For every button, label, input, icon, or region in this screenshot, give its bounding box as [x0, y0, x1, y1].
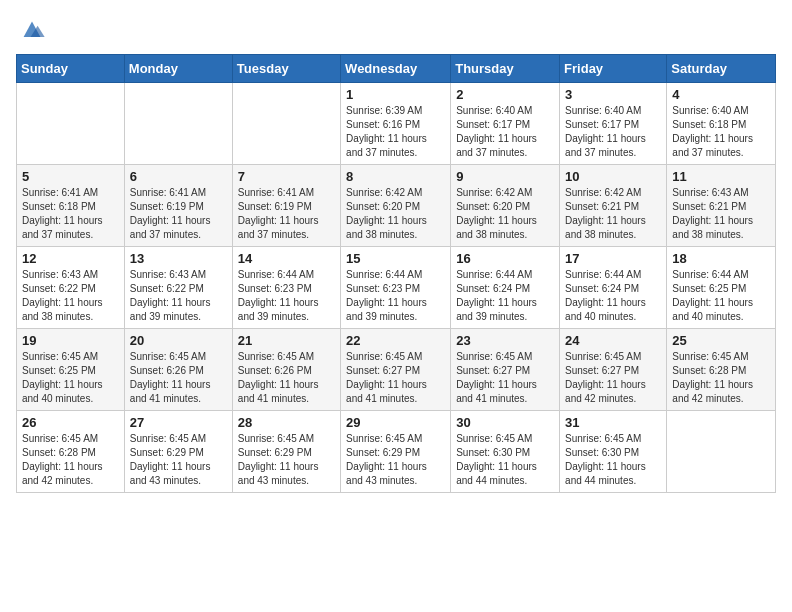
calendar-cell: 22Sunrise: 6:45 AMSunset: 6:27 PMDayligh… [341, 329, 451, 411]
day-info: Sunrise: 6:45 AMSunset: 6:29 PMDaylight:… [238, 432, 335, 488]
day-number: 9 [456, 169, 554, 184]
weekday-header: Friday [560, 55, 667, 83]
weekday-header: Wednesday [341, 55, 451, 83]
day-info: Sunrise: 6:44 AMSunset: 6:23 PMDaylight:… [346, 268, 445, 324]
calendar-cell: 18Sunrise: 6:44 AMSunset: 6:25 PMDayligh… [667, 247, 776, 329]
day-info: Sunrise: 6:45 AMSunset: 6:26 PMDaylight:… [130, 350, 227, 406]
calendar-cell: 12Sunrise: 6:43 AMSunset: 6:22 PMDayligh… [17, 247, 125, 329]
day-info: Sunrise: 6:42 AMSunset: 6:21 PMDaylight:… [565, 186, 661, 242]
calendar-week-row: 1Sunrise: 6:39 AMSunset: 6:16 PMDaylight… [17, 83, 776, 165]
calendar-cell [17, 83, 125, 165]
day-number: 23 [456, 333, 554, 348]
calendar-cell: 3Sunrise: 6:40 AMSunset: 6:17 PMDaylight… [560, 83, 667, 165]
day-number: 25 [672, 333, 770, 348]
calendar-cell: 21Sunrise: 6:45 AMSunset: 6:26 PMDayligh… [232, 329, 340, 411]
day-number: 26 [22, 415, 119, 430]
calendar-cell: 6Sunrise: 6:41 AMSunset: 6:19 PMDaylight… [124, 165, 232, 247]
day-info: Sunrise: 6:42 AMSunset: 6:20 PMDaylight:… [456, 186, 554, 242]
day-info: Sunrise: 6:43 AMSunset: 6:21 PMDaylight:… [672, 186, 770, 242]
day-number: 2 [456, 87, 554, 102]
weekday-header: Tuesday [232, 55, 340, 83]
calendar-cell: 17Sunrise: 6:44 AMSunset: 6:24 PMDayligh… [560, 247, 667, 329]
calendar-week-row: 12Sunrise: 6:43 AMSunset: 6:22 PMDayligh… [17, 247, 776, 329]
weekday-header: Thursday [451, 55, 560, 83]
weekday-header: Monday [124, 55, 232, 83]
day-number: 27 [130, 415, 227, 430]
day-info: Sunrise: 6:45 AMSunset: 6:30 PMDaylight:… [565, 432, 661, 488]
day-number: 17 [565, 251, 661, 266]
day-info: Sunrise: 6:44 AMSunset: 6:23 PMDaylight:… [238, 268, 335, 324]
calendar-cell: 11Sunrise: 6:43 AMSunset: 6:21 PMDayligh… [667, 165, 776, 247]
day-info: Sunrise: 6:45 AMSunset: 6:25 PMDaylight:… [22, 350, 119, 406]
day-number: 19 [22, 333, 119, 348]
day-number: 4 [672, 87, 770, 102]
calendar-cell: 19Sunrise: 6:45 AMSunset: 6:25 PMDayligh… [17, 329, 125, 411]
day-number: 11 [672, 169, 770, 184]
calendar-cell: 23Sunrise: 6:45 AMSunset: 6:27 PMDayligh… [451, 329, 560, 411]
day-number: 3 [565, 87, 661, 102]
calendar-cell: 16Sunrise: 6:44 AMSunset: 6:24 PMDayligh… [451, 247, 560, 329]
day-info: Sunrise: 6:45 AMSunset: 6:28 PMDaylight:… [672, 350, 770, 406]
calendar-week-row: 26Sunrise: 6:45 AMSunset: 6:28 PMDayligh… [17, 411, 776, 493]
day-number: 5 [22, 169, 119, 184]
weekday-header: Sunday [17, 55, 125, 83]
day-info: Sunrise: 6:40 AMSunset: 6:17 PMDaylight:… [565, 104, 661, 160]
calendar-header-row: SundayMondayTuesdayWednesdayThursdayFrid… [17, 55, 776, 83]
day-number: 12 [22, 251, 119, 266]
day-info: Sunrise: 6:45 AMSunset: 6:29 PMDaylight:… [346, 432, 445, 488]
day-number: 30 [456, 415, 554, 430]
calendar-cell: 5Sunrise: 6:41 AMSunset: 6:18 PMDaylight… [17, 165, 125, 247]
calendar-cell: 7Sunrise: 6:41 AMSunset: 6:19 PMDaylight… [232, 165, 340, 247]
calendar-cell: 8Sunrise: 6:42 AMSunset: 6:20 PMDaylight… [341, 165, 451, 247]
day-info: Sunrise: 6:42 AMSunset: 6:20 PMDaylight:… [346, 186, 445, 242]
day-number: 22 [346, 333, 445, 348]
calendar-cell [232, 83, 340, 165]
day-info: Sunrise: 6:41 AMSunset: 6:19 PMDaylight:… [130, 186, 227, 242]
calendar-cell: 25Sunrise: 6:45 AMSunset: 6:28 PMDayligh… [667, 329, 776, 411]
weekday-header: Saturday [667, 55, 776, 83]
calendar-cell: 4Sunrise: 6:40 AMSunset: 6:18 PMDaylight… [667, 83, 776, 165]
calendar-cell: 24Sunrise: 6:45 AMSunset: 6:27 PMDayligh… [560, 329, 667, 411]
day-info: Sunrise: 6:43 AMSunset: 6:22 PMDaylight:… [22, 268, 119, 324]
day-info: Sunrise: 6:44 AMSunset: 6:24 PMDaylight:… [456, 268, 554, 324]
day-info: Sunrise: 6:39 AMSunset: 6:16 PMDaylight:… [346, 104, 445, 160]
day-info: Sunrise: 6:43 AMSunset: 6:22 PMDaylight:… [130, 268, 227, 324]
day-info: Sunrise: 6:44 AMSunset: 6:24 PMDaylight:… [565, 268, 661, 324]
day-number: 7 [238, 169, 335, 184]
day-number: 21 [238, 333, 335, 348]
logo [16, 16, 46, 44]
day-info: Sunrise: 6:45 AMSunset: 6:29 PMDaylight:… [130, 432, 227, 488]
day-number: 20 [130, 333, 227, 348]
day-number: 24 [565, 333, 661, 348]
day-number: 14 [238, 251, 335, 266]
page-header [16, 16, 776, 44]
day-number: 28 [238, 415, 335, 430]
calendar-cell: 13Sunrise: 6:43 AMSunset: 6:22 PMDayligh… [124, 247, 232, 329]
calendar-cell: 26Sunrise: 6:45 AMSunset: 6:28 PMDayligh… [17, 411, 125, 493]
day-info: Sunrise: 6:40 AMSunset: 6:17 PMDaylight:… [456, 104, 554, 160]
calendar-week-row: 5Sunrise: 6:41 AMSunset: 6:18 PMDaylight… [17, 165, 776, 247]
calendar-cell: 10Sunrise: 6:42 AMSunset: 6:21 PMDayligh… [560, 165, 667, 247]
day-info: Sunrise: 6:45 AMSunset: 6:27 PMDaylight:… [565, 350, 661, 406]
day-info: Sunrise: 6:40 AMSunset: 6:18 PMDaylight:… [672, 104, 770, 160]
calendar-cell: 30Sunrise: 6:45 AMSunset: 6:30 PMDayligh… [451, 411, 560, 493]
day-number: 8 [346, 169, 445, 184]
day-number: 16 [456, 251, 554, 266]
calendar-cell: 27Sunrise: 6:45 AMSunset: 6:29 PMDayligh… [124, 411, 232, 493]
day-number: 13 [130, 251, 227, 266]
day-info: Sunrise: 6:44 AMSunset: 6:25 PMDaylight:… [672, 268, 770, 324]
day-info: Sunrise: 6:45 AMSunset: 6:26 PMDaylight:… [238, 350, 335, 406]
calendar-cell: 2Sunrise: 6:40 AMSunset: 6:17 PMDaylight… [451, 83, 560, 165]
calendar-week-row: 19Sunrise: 6:45 AMSunset: 6:25 PMDayligh… [17, 329, 776, 411]
calendar-cell: 29Sunrise: 6:45 AMSunset: 6:29 PMDayligh… [341, 411, 451, 493]
calendar-cell: 14Sunrise: 6:44 AMSunset: 6:23 PMDayligh… [232, 247, 340, 329]
day-number: 18 [672, 251, 770, 266]
day-number: 31 [565, 415, 661, 430]
calendar-cell: 31Sunrise: 6:45 AMSunset: 6:30 PMDayligh… [560, 411, 667, 493]
day-info: Sunrise: 6:41 AMSunset: 6:18 PMDaylight:… [22, 186, 119, 242]
day-number: 15 [346, 251, 445, 266]
calendar-cell: 9Sunrise: 6:42 AMSunset: 6:20 PMDaylight… [451, 165, 560, 247]
day-number: 10 [565, 169, 661, 184]
day-number: 1 [346, 87, 445, 102]
day-info: Sunrise: 6:45 AMSunset: 6:27 PMDaylight:… [346, 350, 445, 406]
